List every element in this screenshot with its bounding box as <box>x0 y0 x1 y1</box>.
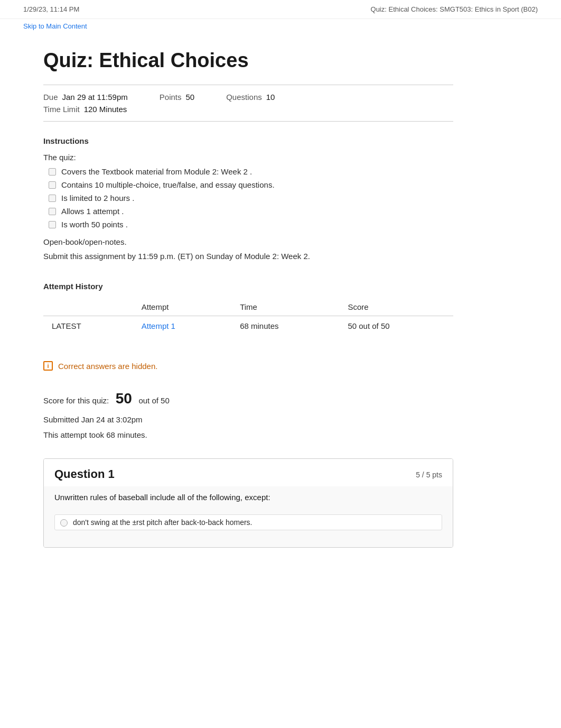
submit-note: Submit this assignment by 11:59 p.m. (ET… <box>43 252 453 261</box>
correct-answers-notice: i Correct answers are hidden. <box>43 357 453 375</box>
due-label: Due <box>43 93 58 102</box>
bullet-list: Covers the Textbook material from Module… <box>49 167 453 229</box>
attempt-table: Attempt Time Score LATEST Attempt 1 68 m… <box>43 298 453 336</box>
points-meta: Points 50 <box>160 93 194 102</box>
list-item: Allows 1 attempt . <box>49 207 453 216</box>
table-row: LATEST Attempt 1 68 minutes 50 out of 50 <box>43 316 453 336</box>
score-label: Score for this quiz: <box>43 396 109 405</box>
list-item: Is limited to 2 hours . <box>49 193 453 202</box>
open-book-note: Open-book/open-notes. <box>43 237 453 246</box>
skip-to-main-link[interactable]: Skip to Main Content <box>0 19 561 33</box>
attempt-history-heading: Attempt History <box>43 282 453 291</box>
answer-text: don't swing at the ±rst pitch after back… <box>73 518 253 527</box>
bullet-text: Is worth 50 points . <box>61 220 128 229</box>
question-body: Unwritten rules of baseball include all … <box>44 486 453 547</box>
score-out-of: out of 50 <box>138 396 169 405</box>
score-row: Score for this quiz: 50 out of 50 <box>43 384 453 412</box>
bullet-icon <box>49 181 56 189</box>
questions-value: 10 <box>266 93 275 102</box>
answer-option: don't swing at the ±rst pitch after back… <box>54 514 442 530</box>
attempt-score: 50 out of 50 <box>339 316 453 336</box>
bullet-text: Covers the Textbook material from Module… <box>61 167 252 176</box>
bullet-icon <box>49 168 56 176</box>
bullet-icon <box>49 195 56 202</box>
time-limit-value: 120 Minutes <box>84 105 127 114</box>
time-limit-meta: Time Limit 120 Minutes <box>43 105 127 114</box>
info-icon: i <box>43 361 53 371</box>
top-bar: 1/29/23, 11:14 PM Quiz: Ethical Choices:… <box>0 0 561 19</box>
instructions-heading: Instructions <box>43 136 453 145</box>
radio-icon <box>60 519 68 527</box>
bullet-icon <box>49 208 56 215</box>
question-text: Unwritten rules of baseball include all … <box>54 492 442 504</box>
bullet-text: Is limited to 2 hours . <box>61 193 134 202</box>
attempt-link[interactable]: Attempt 1 <box>142 321 175 330</box>
page-title-label: Quiz: Ethical Choices: SMGT503: Ethics i… <box>371 5 538 13</box>
questions-label: Questions <box>226 93 262 102</box>
col-header-attempt: Attempt <box>133 298 231 316</box>
list-item: Contains 10 multiple-choice, true/false,… <box>49 180 453 189</box>
time-limit-label: Time Limit <box>43 105 80 114</box>
quiz-meta-row-1: Due Jan 29 at 11:59pm Points 50 Question… <box>43 93 453 102</box>
points-value: 50 <box>186 93 195 102</box>
datetime-label: 1/29/23, 11:14 PM <box>23 5 79 13</box>
questions-meta: Questions 10 <box>226 93 275 102</box>
col-header-score: Score <box>339 298 453 316</box>
points-label: Points <box>160 93 182 102</box>
question-points: 5 / 5 pts <box>416 467 442 479</box>
score-value: 50 <box>116 390 132 407</box>
attempt-took-line: This attempt took 68 minutes. <box>43 428 453 443</box>
col-header-empty <box>43 298 133 316</box>
question-number: Question 1 <box>54 467 115 481</box>
question-block: Question 1 5 / 5 pts Unwritten rules of … <box>43 458 453 548</box>
main-content: Quiz: Ethical Choices Due Jan 29 at 11:5… <box>0 33 497 595</box>
due-meta: Due Jan 29 at 11:59pm <box>43 93 128 102</box>
list-item: Is worth 50 points . <box>49 220 453 229</box>
score-section: Score for this quiz: 50 out of 50 Submit… <box>43 384 453 443</box>
due-value: Jan 29 at 11:59pm <box>62 93 128 102</box>
bullet-text: Allows 1 attempt . <box>61 207 124 216</box>
latest-label: LATEST <box>43 316 133 336</box>
question-header: Question 1 5 / 5 pts <box>44 459 453 486</box>
quiz-meta: Due Jan 29 at 11:59pm Points 50 Question… <box>43 85 453 122</box>
correct-answers-text: Correct answers are hidden. <box>58 362 157 371</box>
bullet-text: Contains 10 multiple-choice, true/false,… <box>61 180 275 189</box>
submitted-line: Submitted Jan 24 at 3:02pm <box>43 412 453 428</box>
list-item: Covers the Textbook material from Module… <box>49 167 453 176</box>
quiz-title: Quiz: Ethical Choices <box>43 49 453 72</box>
quiz-intro: The quiz: <box>43 153 453 162</box>
attempt-link-cell[interactable]: Attempt 1 <box>133 316 231 336</box>
bullet-icon <box>49 221 56 228</box>
attempt-time: 68 minutes <box>231 316 339 336</box>
quiz-meta-row-2: Time Limit 120 Minutes <box>43 105 453 114</box>
col-header-time: Time <box>231 298 339 316</box>
